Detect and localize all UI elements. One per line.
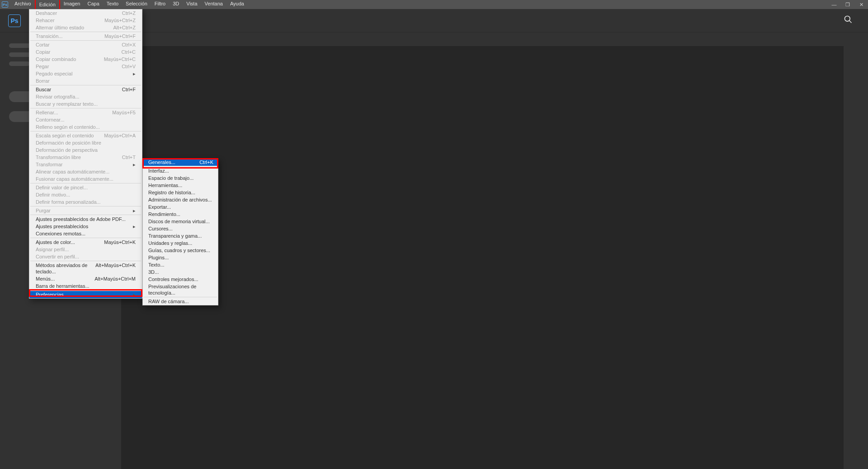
submenu-item-label: Cursores... <box>148 225 173 232</box>
menu-item-shortcut: Mayús+Ctrl+A <box>104 132 136 139</box>
menu-item-label: Convertir en perfil... <box>36 253 79 260</box>
close-button[interactable]: ✕ <box>857 0 865 9</box>
submenu-item-label: Registro de historia... <box>148 189 195 196</box>
submenu-item-label: Controles mejorados... <box>148 276 198 282</box>
menu-separator <box>30 290 141 291</box>
menu-item: Alinear capas automáticamente... <box>29 168 142 175</box>
menu-item[interactable]: Ajustes preestablecidos de Adobe PDF... <box>29 216 142 223</box>
submenu-item[interactable]: Cursores... <box>143 225 218 232</box>
menu-item[interactable]: Conexiones remotas... <box>29 230 142 237</box>
submenu-item[interactable]: Administración de archivos... <box>143 196 218 203</box>
submenu-item[interactable]: Exportar... <box>143 203 218 211</box>
submenu-item[interactable]: Controles mejorados... <box>143 276 218 283</box>
menu-item: RehacerMayús+Ctrl+Z <box>29 17 142 24</box>
menu-separator <box>30 183 141 183</box>
submenu-arrow-icon: ▸ <box>133 207 136 214</box>
submenu-item[interactable]: Unidades y reglas... <box>143 239 218 247</box>
submenu-item-label: Discos de memoria virtual... <box>148 218 210 225</box>
menu-item[interactable]: BuscarCtrl+F <box>29 86 142 93</box>
search-icon[interactable] <box>844 15 853 26</box>
menu-item[interactable]: Barra de herramientas... <box>29 282 142 290</box>
menu-item-label: Deformación de perspectiva <box>36 147 98 153</box>
submenu-arrow-icon: ▸ <box>133 223 136 230</box>
menu-item: Revisar ortografía... <box>29 93 142 100</box>
menu-item: Definir forma personalizada... <box>29 198 142 206</box>
menu-item-shortcut: Mayús+F5 <box>112 109 136 116</box>
menu-item: Deformación de perspectiva <box>29 146 142 154</box>
menu-separator <box>30 238 141 238</box>
menu-item[interactable]: Preferencias▸ <box>29 291 142 298</box>
menu-separator <box>30 40 141 41</box>
menu-3d[interactable]: 3D <box>169 0 183 10</box>
menu-item: CortarCtrl+X <box>29 41 142 48</box>
document-area <box>121 46 844 469</box>
menu-item: Asignar perfil... <box>29 246 142 253</box>
menu-edición[interactable]: Edición <box>35 0 60 10</box>
ps-badge-icon: Ps <box>2 1 8 8</box>
submenu-item[interactable]: Rendimiento... <box>143 211 218 218</box>
submenu-item-label: Generales... <box>148 159 175 165</box>
submenu-item[interactable]: Discos de memoria virtual... <box>143 218 218 225</box>
submenu-item[interactable]: Herramientas... <box>143 182 218 189</box>
menu-separator <box>30 206 141 206</box>
rail-placeholder <box>9 61 30 66</box>
menu-separator <box>30 85 141 85</box>
menu-item-label: Escala según el contenido <box>36 132 94 139</box>
menu-capa[interactable]: Capa <box>84 0 103 10</box>
menu-item-label: Definir forma personalizada... <box>36 199 101 205</box>
submenu-item-label: Espacio de trabajo... <box>148 175 193 181</box>
edit-menu-dropdown: DeshacerCtrl+ZRehacerMayús+Ctrl+ZAlterna… <box>29 9 142 299</box>
menu-ayuda[interactable]: Ayuda <box>226 0 248 10</box>
menu-item: Definir motivo... <box>29 191 142 198</box>
submenu-item[interactable]: Texto... <box>143 261 218 268</box>
menu-item-shortcut: Alt+Mayús+Ctrl+K <box>95 262 136 275</box>
submenu-item[interactable]: 3D... <box>143 268 218 276</box>
menu-ventana[interactable]: Ventana <box>201 0 226 10</box>
submenu-item[interactable]: Transparencia y gama... <box>143 232 218 239</box>
submenu-item[interactable]: RAW de cámara... <box>143 298 218 305</box>
minimize-button[interactable]: — <box>830 0 838 9</box>
menu-item-shortcut: Alt+Ctrl+Z <box>113 24 136 31</box>
submenu-item[interactable]: Plugins... <box>143 254 218 261</box>
restore-button[interactable]: ❐ <box>844 0 852 9</box>
menu-item: Fusionar capas automáticamente... <box>29 175 142 183</box>
menu-item-shortcut: Ctrl+Z <box>122 10 136 16</box>
submenu-item[interactable]: Registro de historia... <box>143 189 218 196</box>
menu-item-shortcut: Ctrl+F <box>122 86 136 93</box>
submenu-item[interactable]: Espacio de trabajo... <box>143 174 218 182</box>
submenu-item[interactable]: Interfaz... <box>143 167 218 174</box>
submenu-arrow-icon: ▸ <box>133 161 136 168</box>
menu-item-label: Pegar <box>36 63 49 70</box>
menu-item-label: Buscar <box>36 86 51 93</box>
menu-item: Relleno según el contenido... <box>29 123 142 131</box>
menu-item-shortcut: Ctrl+T <box>122 154 136 160</box>
menu-texto[interactable]: Texto <box>103 0 122 10</box>
menu-filtro[interactable]: Filtro <box>151 0 169 10</box>
submenu-item-label: Texto... <box>148 262 164 268</box>
submenu-item-label: Unidades y reglas... <box>148 240 192 246</box>
ps-logo-icon: Ps <box>8 14 21 27</box>
menu-item-label: Rellenar... <box>36 109 58 116</box>
menu-item-shortcut: Mayús+Ctrl+K <box>104 239 136 245</box>
menu-item[interactable]: Ajustes preestablecidos▸ <box>29 223 142 230</box>
submenu-item[interactable]: Previsualizaciones de tecnología... <box>143 283 218 296</box>
menu-imagen[interactable]: Imagen <box>60 0 84 10</box>
menu-item[interactable]: Métodos abreviados de teclado...Alt+Mayú… <box>29 262 142 275</box>
menu-item-label: Transformar <box>36 161 63 168</box>
menu-item-label: Borrar <box>36 78 50 84</box>
menu-item[interactable]: Menús...Alt+Mayús+Ctrl+M <box>29 275 142 282</box>
menu-item-label: Copiar combinado <box>36 56 76 62</box>
submenu-item-label: Administración de archivos... <box>148 197 212 203</box>
menu-item-label: Transformación libre <box>36 154 81 160</box>
menu-item-shortcut: Ctrl+V <box>122 63 136 70</box>
menu-vista[interactable]: Vista <box>183 0 201 10</box>
menu-selección[interactable]: Selección <box>122 0 151 10</box>
submenu-item[interactable]: Guías, cuadros y sectores... <box>143 247 218 254</box>
submenu-item-label: Interfaz... <box>148 168 169 174</box>
menubar: Ps ArchivoEdiciónImagenCapaTextoSelecció… <box>0 0 868 9</box>
menu-item[interactable]: Ajustes de color...Mayús+Ctrl+K <box>29 239 142 246</box>
menu-archivo[interactable]: Archivo <box>11 0 35 10</box>
preferences-submenu: Generales...Ctrl+KInterfaz...Espacio de … <box>142 158 218 305</box>
menu-item-label: Ajustes de color... <box>36 239 75 245</box>
submenu-item[interactable]: Generales...Ctrl+K <box>143 159 218 166</box>
